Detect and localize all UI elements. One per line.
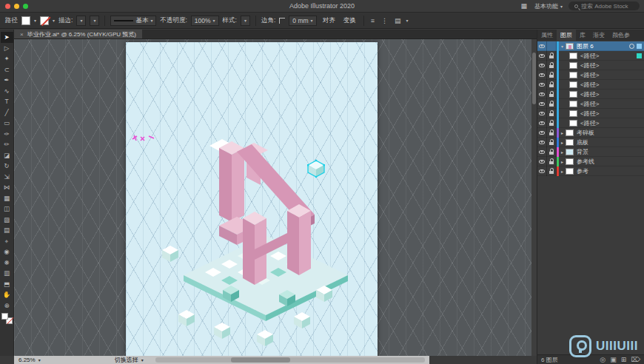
layer-thumbnail[interactable] xyxy=(569,72,577,78)
zoom-level[interactable]: 6.25% xyxy=(19,357,36,363)
style-select[interactable]: ▾ xyxy=(241,16,250,26)
chevron-down-icon[interactable]: ▾ xyxy=(406,18,408,23)
layer-thumbnail[interactable] xyxy=(569,62,577,69)
visibility-toggle[interactable] xyxy=(537,41,547,51)
delete-layer-icon[interactable]: ⌦ xyxy=(631,356,640,363)
lock-toggle[interactable] xyxy=(547,157,557,166)
layer-row-path[interactable]: <路径> xyxy=(537,118,644,128)
lock-toggle[interactable] xyxy=(547,166,557,176)
locate-object-icon[interactable]: ◎ xyxy=(600,356,606,363)
expand-arrow[interactable]: ▸ xyxy=(559,169,566,174)
hand-tool[interactable]: ✋ xyxy=(1,289,13,300)
chevron-down-icon[interactable]: ▾ xyxy=(141,357,144,363)
expand-arrow[interactable]: ▸ xyxy=(559,130,566,135)
layer-row-reference[interactable]: ▸ 参考 xyxy=(537,166,644,176)
layer-row-path[interactable]: <路径> xyxy=(537,61,644,70)
fill-color-swatch[interactable] xyxy=(21,16,30,25)
layer-name[interactable]: <路径> xyxy=(580,90,644,98)
shape-builder-tool[interactable]: ◫ xyxy=(1,203,13,215)
close-document-icon[interactable]: × xyxy=(20,31,24,38)
lasso-tool[interactable]: ⊂ xyxy=(1,64,13,75)
make-mask-icon[interactable]: ▣ xyxy=(610,356,617,363)
lock-toggle[interactable] xyxy=(547,51,557,61)
expand-arrow[interactable]: ▸ xyxy=(559,149,566,155)
type-tool[interactable]: T xyxy=(1,96,13,107)
layer-name[interactable]: 底板 xyxy=(577,138,644,146)
direct-selection-tool[interactable]: ▷ xyxy=(1,43,13,54)
layer-thumbnail[interactable] xyxy=(566,158,574,165)
tab-color-guide[interactable]: 颜色参 xyxy=(608,30,634,41)
curvature-tool[interactable]: ∿ xyxy=(1,86,13,97)
layer-row-path[interactable]: <路径> xyxy=(537,70,644,80)
expand-arrow[interactable]: ▸ xyxy=(559,140,566,145)
rotate-tool[interactable]: ↻ xyxy=(1,161,13,172)
minimize-window-button[interactable] xyxy=(14,4,19,9)
pen-tool[interactable]: ✒ xyxy=(1,75,13,86)
layer-name[interactable]: <路径> xyxy=(580,52,637,60)
expand-arrow[interactable]: ▾ xyxy=(559,44,566,49)
paintbrush-tool[interactable]: ✑ xyxy=(1,129,13,140)
lock-toggle[interactable] xyxy=(547,128,557,138)
tab-properties[interactable]: 属性 xyxy=(537,30,557,41)
lock-toggle[interactable] xyxy=(547,41,557,51)
horizontal-scrollbar[interactable] xyxy=(155,357,425,363)
document-tab[interactable]: × 毕业作业.ai* @ 6.25% (CMYK/GPU 预览) xyxy=(14,30,142,38)
layer-row-path[interactable]: <路径> xyxy=(537,99,644,109)
layer-row-path[interactable]: <路径> xyxy=(537,90,644,99)
layer-thumbnail[interactable] xyxy=(566,139,574,146)
layer-name[interactable]: <路径> xyxy=(580,71,644,79)
visibility-toggle[interactable] xyxy=(537,80,547,90)
artboard-tool[interactable]: ⬒ xyxy=(1,279,13,290)
align-options-icon[interactable]: ≡ xyxy=(369,17,376,24)
chevron-down-icon[interactable]: ▾ xyxy=(53,18,55,23)
layer-row-path[interactable]: <路径> xyxy=(537,80,644,90)
stroke-color-swatch[interactable] xyxy=(40,16,49,25)
maximize-window-button[interactable] xyxy=(23,4,28,9)
layer-name[interactable]: 参考线 xyxy=(577,158,644,166)
line-segment-tool[interactable]: ╱ xyxy=(1,107,13,118)
visibility-toggle[interactable] xyxy=(537,99,547,109)
stock-search-input[interactable]: 搜索 Adobe Stock xyxy=(568,1,640,10)
layer-name[interactable]: <路径> xyxy=(580,61,644,70)
vertical-scrollbar-thumb[interactable] xyxy=(532,53,536,104)
eraser-tool[interactable]: ◪ xyxy=(1,150,13,161)
layer-row-broken-board[interactable]: ▸ 考碎板 xyxy=(537,128,644,138)
layer-name[interactable]: <路径> xyxy=(580,100,644,108)
app-switcher-icon[interactable]: ▦ xyxy=(519,2,529,10)
horizontal-scrollbar-thumb[interactable] xyxy=(231,357,290,363)
layer-thumbnail[interactable] xyxy=(566,129,574,136)
corner-value-field[interactable]: 0 mm▾ xyxy=(289,16,316,26)
layer-row-background[interactable]: ▸ 背景 xyxy=(537,147,644,157)
workspace-switcher[interactable]: 基本功能▾ xyxy=(534,2,563,10)
layer-thumbnail[interactable] xyxy=(569,53,577,59)
brush-definition-select[interactable]: 基本▾ xyxy=(110,16,156,26)
new-layer-icon[interactable]: ⊞ xyxy=(621,356,627,363)
scale-tool[interactable]: ⇲ xyxy=(1,172,13,183)
tab-gradient[interactable]: 渐变 xyxy=(589,30,608,41)
layer-thumbnail[interactable] xyxy=(566,149,574,155)
tab-layers[interactable]: 图层 xyxy=(557,30,576,41)
lock-toggle[interactable] xyxy=(547,138,557,147)
visibility-toggle[interactable] xyxy=(537,157,547,166)
chevron-down-icon[interactable]: ▾ xyxy=(38,357,41,363)
tab-libraries[interactable]: 库 xyxy=(576,30,589,41)
symbol-sprayer-tool[interactable]: ❋ xyxy=(1,257,13,269)
layer-thumbnail[interactable] xyxy=(569,91,577,98)
pencil-tool[interactable]: ✏ xyxy=(1,139,13,150)
layer-row-layer6[interactable]: ▾ 图层 6 xyxy=(537,41,644,51)
visibility-toggle[interactable] xyxy=(537,51,547,61)
magic-wand-tool[interactable]: ✦ xyxy=(1,53,13,64)
transform-button[interactable]: 变换 xyxy=(341,16,358,25)
vertical-scrollbar[interactable] xyxy=(531,39,537,356)
eyedropper-tool[interactable]: ⌖ xyxy=(1,236,13,247)
visibility-toggle[interactable] xyxy=(537,128,547,138)
visibility-toggle[interactable] xyxy=(537,118,547,128)
layer-row-base-board[interactable]: ▸ 底板 xyxy=(537,138,644,147)
mesh-tool[interactable]: ▤ xyxy=(1,225,13,236)
layer-name[interactable]: <路径> xyxy=(580,109,644,118)
visibility-toggle[interactable] xyxy=(537,109,547,118)
status-hint[interactable]: 切换选择 xyxy=(115,356,138,364)
stroke-profile-select[interactable]: ▾ xyxy=(90,16,99,26)
close-window-button[interactable] xyxy=(5,4,10,9)
lock-toggle[interactable] xyxy=(547,70,557,80)
